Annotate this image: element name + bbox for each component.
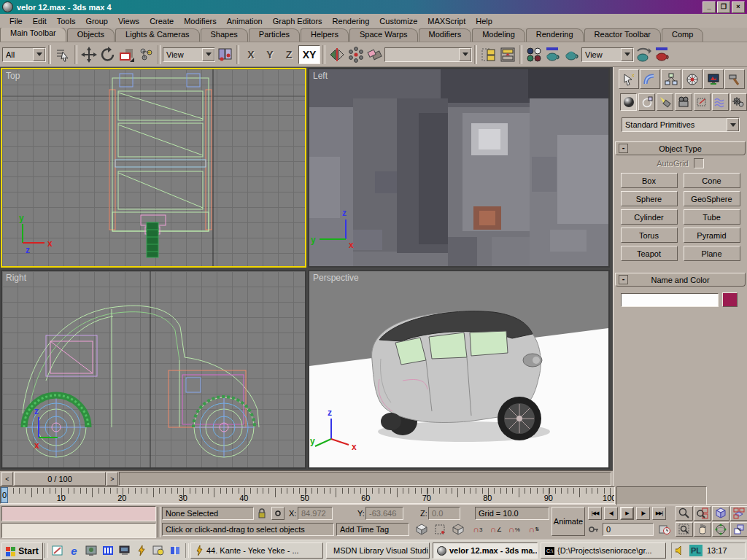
toolbar-tab[interactable]: Shapes	[201, 28, 248, 42]
taskbar-item-msdn[interactable]: ? MSDN Library Visual Studi...	[326, 542, 430, 559]
select-by-name-icon[interactable]	[53, 45, 72, 64]
primitive-button[interactable]: Tube	[684, 209, 740, 225]
quicklaunch-scheduler-icon[interactable]	[150, 543, 166, 558]
object-name-field[interactable]	[621, 293, 719, 307]
animate-button[interactable]: Animate	[551, 507, 585, 536]
menu-item[interactable]: Create	[144, 15, 179, 27]
y-coordinate-field[interactable]: -63.646	[365, 507, 403, 520]
select-and-scale-icon[interactable]	[117, 45, 136, 64]
taskbar-item-cmd[interactable]: C:\ {D:\Projects\seniorace\gr...	[541, 542, 666, 559]
zoom-all-icon[interactable]	[694, 506, 711, 521]
quicklaunch-media-icon[interactable]	[50, 543, 65, 558]
mirror-icon[interactable]	[328, 45, 347, 64]
pan-icon[interactable]	[694, 522, 711, 537]
shapes-category-icon[interactable]	[638, 93, 655, 111]
menu-item[interactable]: Animation	[222, 15, 268, 27]
select-and-move-icon[interactable]	[80, 45, 98, 64]
arc-rotate-icon[interactable]	[712, 522, 729, 537]
utilities-tab[interactable]	[724, 69, 745, 89]
menu-item[interactable]: File	[4, 15, 28, 27]
systems-category-icon[interactable]	[730, 93, 747, 111]
hierarchy-tab[interactable]	[661, 69, 681, 89]
object-type-rollout[interactable]: - Object Type	[615, 141, 746, 155]
time-slider-track[interactable]	[119, 472, 611, 486]
schematic-view-icon[interactable]	[498, 45, 517, 64]
collapse-icon[interactable]: -	[619, 144, 628, 153]
go-to-start-button[interactable]: |◀◀	[588, 507, 602, 520]
region-zoom-icon[interactable]	[676, 522, 693, 537]
primitives-dropdown[interactable]: Standard Primitives	[622, 117, 740, 132]
quicklaunch-columns-icon[interactable]	[100, 543, 115, 558]
toolbar-tab[interactable]: Comp	[662, 28, 703, 42]
close-button[interactable]: ×	[732, 1, 745, 13]
language-indicator[interactable]: PL	[689, 545, 703, 556]
quicklaunch-winamp-icon[interactable]	[133, 543, 149, 558]
maxscript-listener-pink[interactable]	[1, 506, 156, 521]
toolbar-tab[interactable]: Space Warps	[349, 28, 418, 42]
quick-render-icon[interactable]	[562, 45, 581, 64]
track-view-icon[interactable]	[479, 45, 498, 64]
time-slider-handle[interactable]: 0 / 100	[14, 472, 106, 486]
select-and-rotate-icon[interactable]	[98, 45, 117, 64]
menu-item[interactable]: Views	[113, 15, 144, 27]
color-swatch[interactable]	[722, 292, 738, 307]
taskbar-item-3dsmax[interactable]: velor 12.max - 3ds ma...	[433, 542, 538, 559]
quicklaunch-ie-icon[interactable]: e	[66, 543, 82, 558]
add-time-tag[interactable]: Add Time Tag	[336, 523, 409, 536]
z-coordinate-field[interactable]: 0.0	[428, 507, 460, 520]
selection-filter-dropdown[interactable]: All	[2, 47, 46, 62]
render-type-dropdown[interactable]: View	[581, 47, 634, 62]
use-pivot-point-icon[interactable]	[215, 45, 234, 64]
previous-frame-button[interactable]: ◀|	[604, 507, 618, 520]
x-coordinate-field[interactable]: 84.972	[298, 507, 333, 520]
next-frame-button[interactable]: |▶	[636, 507, 650, 520]
render-last-icon[interactable]	[634, 45, 653, 64]
zoom-extents-icon[interactable]	[712, 506, 729, 521]
key-mode-icon[interactable]	[588, 523, 600, 536]
absolute-offset-toggle-icon[interactable]	[271, 507, 285, 520]
viewport-top[interactable]: Top	[1, 68, 306, 268]
dropdown-arrow-icon[interactable]	[621, 48, 633, 61]
viewport-right-label[interactable]: Right	[6, 273, 26, 283]
menu-item[interactable]: Rendering	[328, 15, 375, 27]
align-icon[interactable]	[365, 45, 384, 64]
degradation-override-icon[interactable]	[414, 523, 429, 536]
start-button[interactable]: Start	[1, 542, 43, 560]
toolbar-tab[interactable]: Helpers	[301, 28, 349, 42]
select-and-manipulate-icon[interactable]	[136, 45, 155, 64]
name-color-rollout[interactable]: - Name and Color	[615, 273, 746, 287]
quicklaunch-computer-icon[interactable]	[117, 543, 132, 558]
collapse-icon[interactable]: -	[619, 275, 628, 284]
activeshade-icon[interactable]	[653, 45, 672, 64]
toolbar-tab[interactable]: Rendering	[526, 28, 584, 42]
cameras-category-icon[interactable]	[675, 93, 692, 111]
zoom-extents-all-icon[interactable]	[730, 506, 747, 521]
autogrid-checkbox[interactable]	[694, 158, 704, 168]
space-warps-category-icon[interactable]	[712, 93, 729, 111]
restrict-y-button[interactable]: Y	[260, 46, 279, 63]
helpers-category-icon[interactable]	[694, 93, 711, 111]
primitive-button[interactable]: Sphere	[621, 191, 678, 206]
taskbar-item-winamp[interactable]: 44. Kante - Yeke Yeke - ...	[190, 542, 323, 559]
window-crossing-toggle-icon[interactable]	[451, 523, 465, 536]
toolbar-tab[interactable]: Reactor Toolbar	[584, 28, 661, 42]
menu-item[interactable]: Tools	[52, 15, 81, 27]
volume-icon[interactable]	[676, 546, 685, 555]
menu-item[interactable]: MAXScript	[422, 15, 471, 27]
create-tab[interactable]	[619, 69, 639, 89]
menu-item[interactable]: Edit	[28, 15, 52, 27]
viewport-left-label[interactable]: Left	[313, 71, 328, 81]
min-max-toggle-icon[interactable]	[730, 522, 747, 537]
toolbar-tab[interactable]: Lights & Cameras	[115, 28, 199, 42]
material-editor-icon[interactable]	[525, 45, 543, 64]
primitive-button[interactable]: Pyramid	[684, 228, 740, 243]
reference-coordsys-dropdown[interactable]: View	[163, 47, 215, 62]
toolbar-tab[interactable]: Objects	[67, 28, 115, 42]
restrict-x-button[interactable]: X	[241, 46, 260, 63]
dropdown-arrow-icon[interactable]	[202, 48, 214, 61]
geometry-category-icon[interactable]	[620, 93, 637, 111]
go-to-end-button[interactable]: ▶▶|	[652, 507, 666, 520]
next-frame-arrow[interactable]: >	[107, 472, 118, 486]
viewport-left[interactable]: Left	[308, 68, 610, 268]
percent-snap-icon[interactable]: ∩%	[507, 523, 522, 536]
